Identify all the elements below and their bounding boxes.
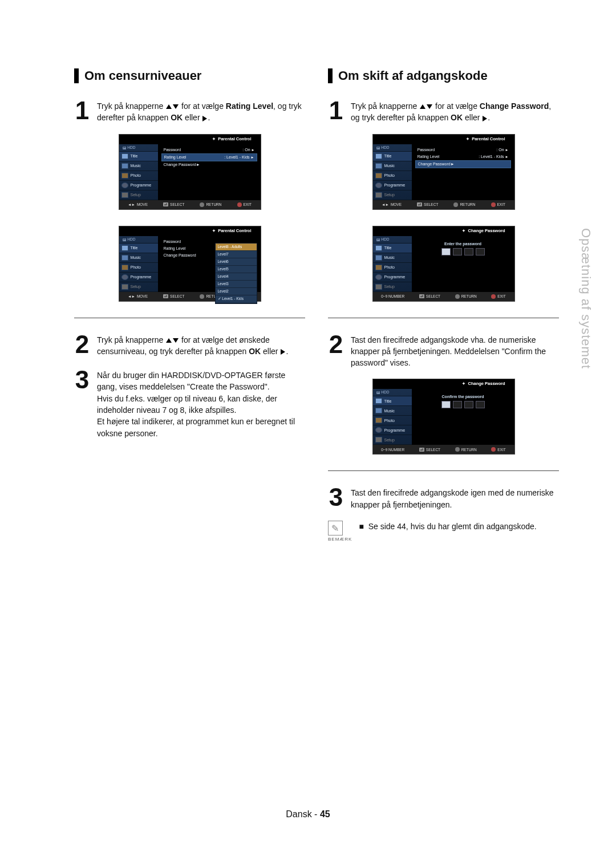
note-icon-wrap: ✎ BEMÆRK xyxy=(328,521,352,542)
osd-footer: ◄►MOVE ⏎SELECT RETURN EXIT xyxy=(119,200,261,209)
arrow-right-icon xyxy=(202,116,207,121)
step-number: 3 xyxy=(328,485,344,510)
section-mark-icon xyxy=(74,68,79,83)
osd-enter-password: Change Password 🖴 HDD Title Music Photo … xyxy=(372,226,515,302)
section-title-left: Om censurniveauer xyxy=(84,68,201,83)
step-number: 2 xyxy=(74,332,90,358)
osd-change-password-highlight: Parental Control 🖴 HDD Title Music Photo… xyxy=(372,134,515,210)
step-number: 1 xyxy=(328,98,344,124)
left-step-2: 2 Tryk på knapperne for at vælge det øns… xyxy=(74,332,305,358)
level-option: Level8 - Adults xyxy=(216,244,257,251)
note-block: ✎ BEMÆRK ■ Se side 44, hvis du har glemt… xyxy=(328,521,559,542)
password-boxes xyxy=(415,248,511,255)
step-text: Tryk på knapperne for at vælge Rating Le… xyxy=(97,98,305,124)
osd-confirm-password: Change Password 🖴 HDD Title Music Photo … xyxy=(372,379,515,455)
left-column: Om censurniveauer 1 Tryk på knapperne fo… xyxy=(74,68,305,542)
step-number: 1 xyxy=(74,98,90,124)
divider xyxy=(328,318,559,318)
step-text: Tast den firecifrede adgangskode vha. de… xyxy=(351,332,559,369)
osd-hdd-label: 🖴 HDD xyxy=(119,144,158,152)
left-step-3: 3 Når du bruger din HARDDISK/DVD-OPTAGER… xyxy=(74,367,305,439)
content-columns: Om censurniveauer 1 Tryk på knapperne fo… xyxy=(74,68,559,542)
footer-sep: - xyxy=(312,809,320,819)
step-text: Tast den firecifrede adgangskode igen me… xyxy=(351,485,559,510)
step-number: 2 xyxy=(328,332,344,369)
password-prompt: Confirm the password xyxy=(415,395,511,399)
arrow-down-icon xyxy=(427,104,432,109)
footer-page: 45 xyxy=(320,809,330,819)
level-option: Level6 xyxy=(216,258,257,266)
step-number: 3 xyxy=(74,367,90,439)
password-prompt: Enter the password xyxy=(415,242,511,246)
section-head-right: Om skift af adgangskode xyxy=(328,68,559,83)
bullet-icon: ■ xyxy=(359,522,363,531)
step-text: Når du bruger din HARDDISK/DVD-OPTAGER f… xyxy=(97,367,305,439)
divider xyxy=(328,470,559,471)
page-footer: Dansk - 45 xyxy=(0,809,616,819)
note-body: Se side 44, hvis du har glemt din adgang… xyxy=(368,522,537,531)
osd-title: Parental Control xyxy=(119,135,261,144)
step-text: Tryk på knapperne for at vælge Change Pa… xyxy=(351,98,559,124)
arrow-up-icon xyxy=(166,104,172,109)
right-step-1: 1 Tryk på knapperne for at vælge Change … xyxy=(328,98,559,124)
note-text: ■ Se side 44, hvis du har glemt din adga… xyxy=(359,521,536,532)
level-option: Level2 xyxy=(216,288,257,295)
arrow-right-icon xyxy=(483,116,487,121)
osd-level-dropdown: Level8 - Adults Level7 Level6 Level5 Lev… xyxy=(215,243,257,304)
level-option: Level3 xyxy=(216,281,257,288)
osd-title: Change Password xyxy=(373,379,514,389)
arrow-up-icon xyxy=(166,338,172,343)
osd-parental-rating-highlight: Parental Control 🖴 HDD Title Music Photo… xyxy=(119,134,261,210)
osd-menu-programme: Programme xyxy=(119,181,158,190)
side-section-label: Opsætning af systemet xyxy=(578,228,593,369)
osd-title: Parental Control xyxy=(119,226,261,236)
text: Tryk på knapperne xyxy=(97,102,165,111)
bold-text: OK xyxy=(171,113,183,122)
osd-menu-setup: Setup xyxy=(119,190,158,200)
note-label: BEMÆRK xyxy=(328,537,352,542)
level-option: Level7 xyxy=(216,251,257,258)
right-column: Om skift af adgangskode 1 Tryk på knappe… xyxy=(328,68,559,542)
arrow-up-icon xyxy=(420,104,425,109)
osd-sidebar: 🖴 HDD Title Music Photo Programme Setup xyxy=(119,144,158,200)
left-step-1: 1 Tryk på knapperne for at vælge Rating … xyxy=(74,98,305,124)
osd-main: Password: On ► Rating Level: Level1 - Ki… xyxy=(158,144,261,200)
arrow-down-icon xyxy=(173,338,179,343)
level-option: Level4 xyxy=(216,273,257,281)
osd-title: Parental Control xyxy=(373,135,514,144)
right-step-2: 2 Tast den firecifrede adgangskode vha. … xyxy=(328,332,559,369)
right-step-3: 3 Tast den firecifrede adgangskode igen … xyxy=(328,485,559,510)
osd-parental-level-dropdown: Parental Control 🖴 HDD Title Music Photo… xyxy=(119,226,261,302)
arrow-right-icon xyxy=(281,349,285,355)
osd-menu-title: Title xyxy=(119,152,158,161)
section-title-right: Om skift af adgangskode xyxy=(338,68,488,83)
osd-menu-music: Music xyxy=(119,161,158,171)
osd-title: Change Password xyxy=(373,226,514,236)
level-option: ✓ Level1 - Kids xyxy=(216,295,257,303)
section-head-left: Om censurniveauer xyxy=(74,68,305,83)
text: for at vælge xyxy=(179,102,226,111)
note-icon: ✎ xyxy=(328,521,343,535)
arrow-down-icon xyxy=(173,104,179,109)
step-text: Tryk på knapperne for at vælge det ønske… xyxy=(97,332,305,358)
divider xyxy=(74,318,305,318)
text: eller xyxy=(183,113,202,122)
footer-lang: Dansk xyxy=(286,809,311,819)
password-boxes xyxy=(415,401,511,408)
osd-menu-photo: Photo xyxy=(119,171,158,181)
level-option: Level5 xyxy=(216,266,257,273)
section-mark-icon xyxy=(328,68,333,83)
bold-text: Rating Level xyxy=(226,102,273,111)
